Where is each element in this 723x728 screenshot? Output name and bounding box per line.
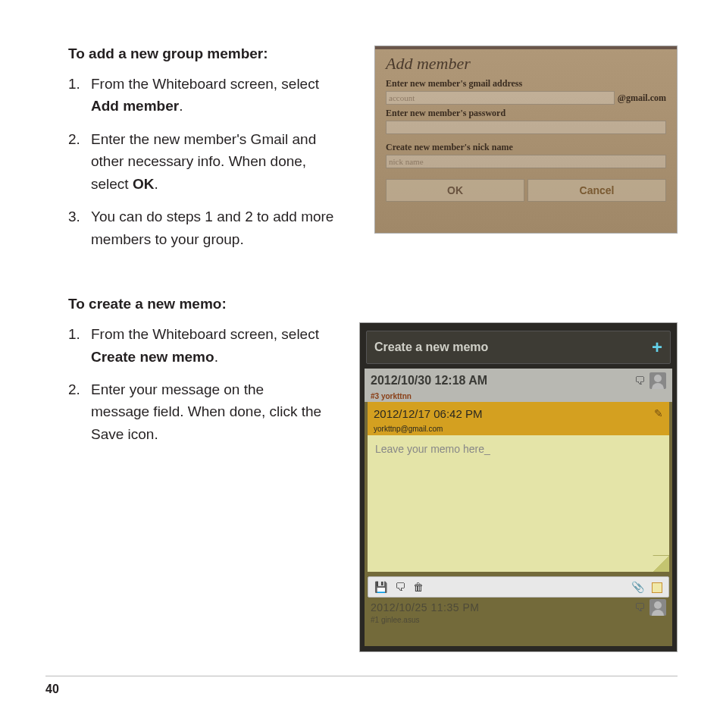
comment-icon[interactable]: 🗨: [634, 375, 645, 387]
step-text-post: .: [179, 98, 183, 114]
memo-author: #3 yorkttnn: [365, 393, 672, 402]
label-email: Enter new member's gmail address: [386, 78, 666, 89]
step-item: From the Whiteboard screen, select Creat…: [68, 323, 326, 368]
edit-icon[interactable]: ✎: [654, 407, 663, 419]
page-number: 40: [45, 676, 678, 696]
steps-list-2: From the Whiteboard screen, select Creat…: [68, 323, 326, 445]
nickname-field[interactable]: nick name: [386, 155, 666, 168]
clip-icon[interactable]: 📎: [631, 581, 644, 593]
memo-row[interactable]: 2012/10/25 11:35 PM 🗨: [365, 598, 672, 616]
memo-author: #1 ginlee.asus: [365, 616, 672, 624]
dialog-title: Add member: [386, 54, 666, 74]
section-heading: To create a new memo:: [68, 296, 678, 312]
memo-timestamp: 2012/10/25 11:35 PM: [371, 601, 479, 613]
email-field[interactable]: account: [386, 91, 615, 105]
memo-row[interactable]: 2012/12/17 06:42 PM ✎: [368, 402, 669, 425]
memo-placeholder: Leave your memo here_: [375, 443, 490, 455]
memo-timestamp: 2012/12/17 06:42 PM: [374, 407, 482, 420]
avatar-icon: [649, 599, 666, 616]
label-nickname: Create new member's nick name: [386, 142, 666, 153]
step-item: Enter the new member's Gmail and other n…: [68, 128, 341, 195]
step-bold: Create new memo: [91, 349, 214, 365]
note-color-icon[interactable]: [652, 582, 662, 593]
step-text: Enter the new member's Gmail and other n…: [91, 131, 316, 192]
screenshot-create-memo: Create a new memo + 2012/10/30 12:18 AM …: [359, 322, 678, 652]
password-field[interactable]: [386, 121, 666, 134]
memo-timestamp: 2012/10/30 12:18 AM: [371, 374, 487, 388]
step-text: Enter your message on the message field.…: [91, 381, 321, 442]
page-fold-decoration: [653, 555, 669, 572]
step-bold: OK: [133, 176, 155, 192]
label-password: Enter new member's password: [386, 108, 666, 119]
step-bold: Add member: [91, 98, 179, 114]
memo-row[interactable]: 2012/10/30 12:18 AM 🗨: [365, 369, 672, 393]
save-icon[interactable]: 💾: [374, 581, 387, 593]
screenshot-add-member: Add member Enter new member's gmail addr…: [374, 46, 678, 234]
memo-header-bar[interactable]: Create a new memo +: [366, 331, 671, 364]
step-text: From the Whiteboard screen, select: [91, 326, 319, 342]
memo-toolbar: 💾 🗨 🗑 📎: [368, 576, 669, 598]
titlebar-decoration: [375, 46, 677, 49]
step-item: Enter your message on the message field.…: [68, 378, 326, 445]
memo-textarea[interactable]: Leave your memo here_: [368, 435, 669, 572]
add-icon[interactable]: +: [652, 337, 662, 358]
memo-card-active: 2012/12/17 06:42 PM ✎ yorkttnp@gmail.com…: [368, 402, 669, 572]
email-suffix: @gmail.com: [618, 93, 666, 104]
step-text: From the Whiteboard screen, select: [91, 76, 319, 92]
trash-icon[interactable]: 🗑: [413, 581, 424, 593]
memo-list: 2012/10/30 12:18 AM 🗨 #3 yorkttnn 2012/1…: [365, 369, 672, 646]
step-item: You can do steps 1 and 2 to add more mem…: [68, 206, 341, 250]
cancel-button[interactable]: Cancel: [527, 179, 666, 202]
step-text: You can do steps 1 and 2 to add more mem…: [91, 209, 333, 246]
ok-button[interactable]: OK: [386, 179, 524, 202]
step-text-post: .: [214, 349, 218, 365]
memo-author: yorkttnp@gmail.com: [368, 425, 669, 435]
reply-icon[interactable]: 🗨: [395, 581, 405, 593]
comment-icon[interactable]: 🗨: [634, 601, 645, 613]
memo-header-title: Create a new memo: [374, 340, 488, 354]
step-item: From the Whiteboard screen, select Add m…: [68, 73, 341, 118]
avatar-icon: [649, 372, 666, 389]
step-text-post: .: [154, 176, 158, 192]
steps-list-1: From the Whiteboard screen, select Add m…: [68, 73, 341, 250]
